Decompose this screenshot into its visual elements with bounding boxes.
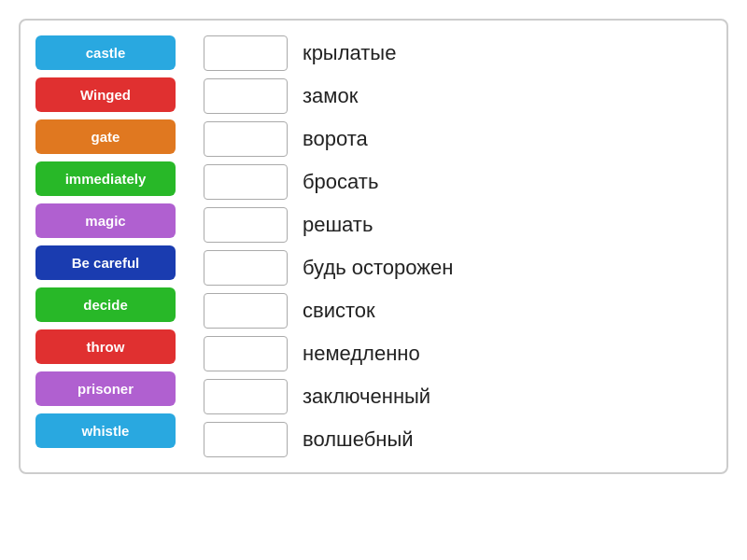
word-button-whistle[interactable]: whistle: [35, 413, 176, 448]
match-input-3[interactable]: [204, 164, 288, 200]
translation-label: бросать: [303, 170, 378, 194]
translation-label: заключенный: [303, 385, 430, 409]
word-button-decide[interactable]: decide: [35, 287, 176, 322]
match-input-6[interactable]: [204, 293, 288, 329]
match-input-2[interactable]: [204, 121, 288, 157]
word-buttons-column: castleWingedgateimmediatelymagicBe caref…: [35, 35, 176, 457]
match-input-0[interactable]: [204, 35, 288, 71]
match-row: бросать: [204, 164, 712, 200]
match-input-5[interactable]: [204, 250, 288, 286]
match-row: ворота: [204, 121, 712, 157]
word-button-immediately[interactable]: immediately: [35, 161, 176, 196]
word-button-prisoner[interactable]: prisoner: [35, 371, 176, 406]
translation-label: свисток: [303, 299, 375, 323]
translation-label: немедленно: [303, 342, 420, 366]
translation-label: крылатые: [303, 41, 396, 65]
translation-label: ворота: [303, 127, 368, 151]
translation-label: волшебный: [303, 427, 414, 452]
match-rows-column: крылатыезамокворотабросатьрешатьбудь ост…: [204, 35, 712, 457]
translation-label: решать: [303, 213, 373, 237]
match-row: будь осторожен: [204, 250, 712, 286]
word-button-winged[interactable]: Winged: [35, 77, 176, 112]
match-row: свисток: [204, 293, 712, 329]
word-button-be-careful[interactable]: Be careful: [35, 245, 176, 280]
word-button-castle[interactable]: castle: [35, 35, 176, 70]
translation-label: замок: [303, 84, 358, 108]
match-row: волшебный: [204, 422, 712, 457]
match-input-9[interactable]: [204, 422, 288, 457]
match-input-4[interactable]: [204, 207, 288, 243]
match-row: решать: [204, 207, 712, 243]
match-row: замок: [204, 78, 712, 114]
match-input-8[interactable]: [204, 379, 288, 414]
match-row: крылатые: [204, 35, 712, 71]
match-input-7[interactable]: [204, 336, 288, 371]
word-button-gate[interactable]: gate: [35, 119, 176, 154]
match-row: немедленно: [204, 336, 712, 371]
translation-label: будь осторожен: [303, 256, 453, 280]
word-button-throw[interactable]: throw: [35, 329, 176, 364]
match-row: заключенный: [204, 379, 712, 414]
match-input-1[interactable]: [204, 78, 288, 114]
word-button-magic[interactable]: magic: [35, 203, 176, 238]
main-container: castleWingedgateimmediatelymagicBe caref…: [19, 19, 728, 474]
